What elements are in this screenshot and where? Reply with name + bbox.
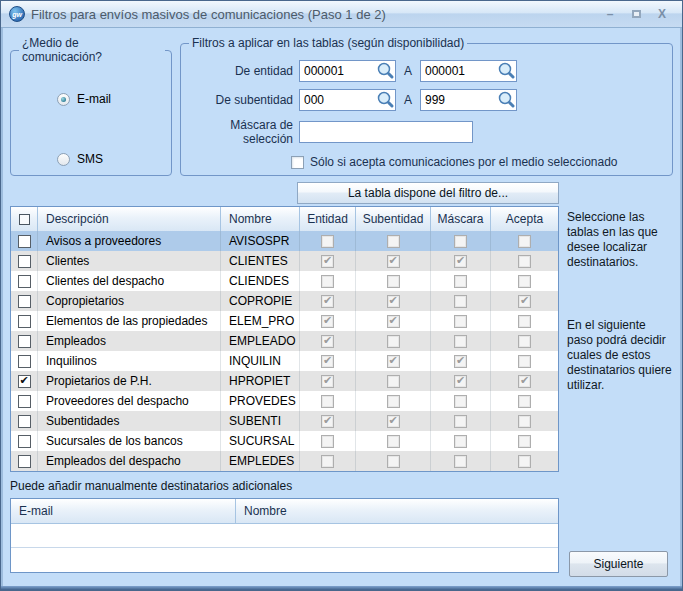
row-acepta-cell bbox=[491, 351, 558, 371]
manual-section-label: Puede añadir manualmente destinatarios a… bbox=[10, 479, 682, 493]
entidad-from-lookup-icon[interactable] bbox=[376, 61, 395, 80]
row-select-checkbox[interactable] bbox=[18, 255, 31, 268]
header-descripcion[interactable]: Descripción bbox=[38, 207, 221, 231]
manual-header-email[interactable]: E-mail bbox=[11, 499, 236, 523]
subentidad-from-lookup-icon[interactable] bbox=[376, 90, 395, 109]
header-nombre[interactable]: Nombre bbox=[221, 207, 300, 231]
row-acepta-cell bbox=[491, 331, 558, 351]
row-select-checkbox[interactable] bbox=[18, 435, 31, 448]
table-row[interactable]: Proveedores del despachoPROVEDES bbox=[11, 391, 558, 411]
manual-email-cell[interactable] bbox=[11, 524, 236, 547]
row-select-checkbox[interactable] bbox=[18, 375, 31, 388]
row-subentidad-cell bbox=[356, 311, 431, 331]
filter-info-button[interactable]: La tabla dispone del filtro de... bbox=[297, 182, 559, 204]
app-icon: gw bbox=[9, 6, 25, 22]
table-row[interactable]: Elementos de las propiedadesELEM_PRO bbox=[11, 311, 558, 331]
table-row[interactable]: SubentidadesSUBENTI bbox=[11, 411, 558, 431]
table-row[interactable]: ClientesCLIENTES bbox=[11, 251, 558, 271]
acepta-flag-checkbox bbox=[518, 395, 531, 408]
row-descripcion: Clientes del despacho bbox=[38, 271, 221, 291]
row-entidad-cell bbox=[300, 391, 356, 411]
maximize-button[interactable] bbox=[628, 6, 644, 22]
side-note-2: En el siguiente paso podrá decidir cuale… bbox=[567, 318, 673, 393]
row-select-checkbox[interactable] bbox=[18, 355, 31, 368]
row-mascara-cell bbox=[431, 431, 491, 451]
radio-email-icon bbox=[57, 93, 70, 106]
subentidad-to-lookup-icon[interactable] bbox=[497, 90, 516, 109]
row-entidad-cell bbox=[300, 271, 356, 291]
mascara-flag-checkbox bbox=[454, 395, 467, 408]
subentidad-flag-checkbox bbox=[387, 295, 400, 308]
entidad-flag-checkbox bbox=[321, 455, 334, 468]
row-select-checkbox[interactable] bbox=[18, 455, 31, 468]
header-subentidad[interactable]: Subentidad bbox=[356, 207, 431, 231]
manual-nombre-cell[interactable] bbox=[236, 524, 558, 547]
manual-header-nombre[interactable]: Nombre bbox=[236, 499, 558, 523]
row-descripcion: Copropietarios bbox=[38, 291, 221, 311]
row-select-checkbox[interactable] bbox=[18, 415, 31, 428]
mascara-input[interactable] bbox=[299, 121, 473, 143]
minimize-button[interactable]: – bbox=[602, 6, 618, 22]
table-row[interactable]: CopropietariosCOPROPIE bbox=[11, 291, 558, 311]
row-entidad-cell bbox=[300, 251, 356, 271]
row-subentidad-cell bbox=[356, 451, 431, 471]
header-entidad[interactable]: Entidad bbox=[300, 207, 356, 231]
row-select-checkbox[interactable] bbox=[18, 335, 31, 348]
row-nombre: SUBENTI bbox=[221, 411, 300, 431]
row-select-cell bbox=[11, 391, 38, 411]
entidad-to-lookup-icon[interactable] bbox=[497, 61, 516, 80]
siguiente-button[interactable]: Siguiente bbox=[569, 551, 668, 577]
row-descripcion: Clientes bbox=[38, 251, 221, 271]
row-subentidad-cell bbox=[356, 391, 431, 411]
table-row[interactable]: Sucursales de los bancosSUCURSAL bbox=[11, 431, 558, 451]
mascara-flag-checkbox bbox=[454, 335, 467, 348]
table-row[interactable]: InquilinosINQUILIN bbox=[11, 351, 558, 371]
mascara-label: Máscara de selección bbox=[187, 118, 299, 146]
groupbox-medio-title: ¿Medio de comunicación? bbox=[19, 36, 165, 64]
maximize-icon bbox=[632, 10, 641, 18]
manual-table-row[interactable] bbox=[11, 548, 558, 572]
subentidad-flag-checkbox bbox=[387, 275, 400, 288]
entidad-flag-checkbox bbox=[321, 315, 334, 328]
row-acepta-cell bbox=[491, 391, 558, 411]
table-row[interactable]: Avisos a proveedoresAVISOSPR bbox=[11, 231, 558, 251]
radio-sms[interactable]: SMS bbox=[57, 152, 165, 166]
subentidad-flag-checkbox bbox=[387, 455, 400, 468]
row-select-checkbox[interactable] bbox=[18, 315, 31, 328]
header-acepta[interactable]: Acepta bbox=[491, 207, 558, 231]
row-select-checkbox[interactable] bbox=[18, 395, 31, 408]
entidad-flag-checkbox bbox=[321, 275, 334, 288]
table-row[interactable]: Propietarios de P.H.HPROPIET bbox=[11, 371, 558, 391]
row-nombre: CLIENDES bbox=[221, 271, 300, 291]
close-button[interactable]: X bbox=[654, 6, 670, 22]
entidad-flag-checkbox bbox=[321, 255, 334, 268]
mascara-flag-checkbox bbox=[454, 435, 467, 448]
acepta-flag-checkbox bbox=[518, 315, 531, 328]
row-subentidad-cell bbox=[356, 231, 431, 251]
manual-nombre-cell[interactable] bbox=[236, 548, 558, 572]
header-mascara[interactable]: Máscara bbox=[431, 207, 491, 231]
radio-email[interactable]: E-mail bbox=[57, 92, 165, 106]
acepta-flag-checkbox bbox=[518, 335, 531, 348]
table-row[interactable]: Empleados del despachoEMPLEDES bbox=[11, 451, 558, 471]
row-select-checkbox[interactable] bbox=[18, 235, 31, 248]
row-mascara-cell bbox=[431, 311, 491, 331]
row-select-checkbox[interactable] bbox=[18, 295, 31, 308]
mascara-flag-checkbox bbox=[454, 415, 467, 428]
row-acepta-cell bbox=[491, 271, 558, 291]
manual-table-row[interactable] bbox=[11, 524, 558, 548]
header-select-all[interactable] bbox=[11, 207, 38, 231]
mascara-flag-checkbox bbox=[454, 255, 467, 268]
manual-email-cell[interactable] bbox=[11, 548, 236, 572]
acepta-flag-checkbox bbox=[518, 255, 531, 268]
row-select-cell bbox=[11, 251, 38, 271]
entidad-flag-checkbox bbox=[321, 375, 334, 388]
row-select-checkbox[interactable] bbox=[18, 275, 31, 288]
table-row[interactable]: EmpleadosEMPLEADO bbox=[11, 331, 558, 351]
row-select-cell bbox=[11, 451, 38, 471]
subentidad-flag-checkbox bbox=[387, 395, 400, 408]
row-descripcion: Empleados bbox=[38, 331, 221, 351]
entidad-flag-checkbox bbox=[321, 415, 334, 428]
table-row[interactable]: Clientes del despachoCLIENDES bbox=[11, 271, 558, 291]
solo-acepta-checkbox[interactable] bbox=[291, 156, 304, 169]
